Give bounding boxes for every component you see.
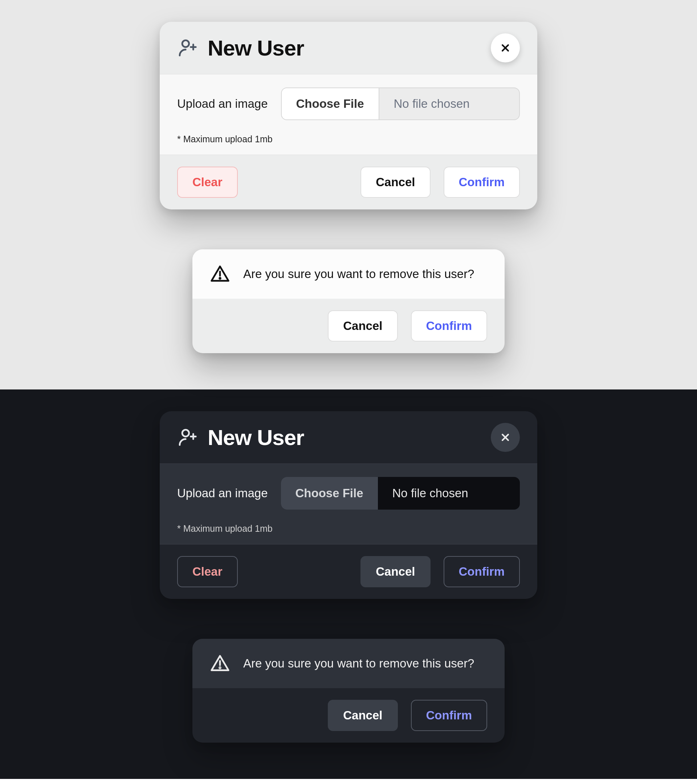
user-plus-icon bbox=[177, 38, 198, 58]
alert-confirm-button[interactable]: Confirm bbox=[411, 700, 488, 731]
alert-message: Are you sure you want to remove this use… bbox=[243, 267, 474, 281]
upload-label: Upload an image bbox=[177, 97, 268, 111]
svg-point-6 bbox=[220, 278, 221, 279]
close-button[interactable] bbox=[491, 33, 520, 63]
new-user-modal-dark: New User Upload an image Choose File No … bbox=[160, 411, 537, 599]
file-status: No file chosen bbox=[379, 88, 519, 119]
alert-message: Are you sure you want to remove this use… bbox=[243, 657, 474, 670]
alert-footer: Cancel Confirm bbox=[193, 688, 504, 743]
alert-cancel-button[interactable]: Cancel bbox=[328, 700, 397, 731]
user-plus-icon bbox=[177, 427, 198, 448]
file-input[interactable]: Choose File No file chosen bbox=[281, 87, 520, 120]
clear-button[interactable]: Clear bbox=[177, 556, 238, 587]
modal-footer: Clear Cancel Confirm bbox=[160, 544, 537, 599]
confirm-button[interactable]: Confirm bbox=[443, 166, 520, 198]
modal-body: Upload an image Choose File No file chos… bbox=[160, 74, 537, 155]
modal-title: New User bbox=[208, 36, 304, 61]
confirm-button[interactable]: Confirm bbox=[443, 556, 520, 587]
choose-file-button[interactable]: Choose File bbox=[282, 88, 379, 119]
svg-point-7 bbox=[182, 430, 189, 436]
close-button[interactable] bbox=[491, 423, 520, 452]
remove-user-alert: Are you sure you want to remove this use… bbox=[193, 249, 504, 353]
choose-file-button[interactable]: Choose File bbox=[281, 477, 378, 510]
file-status: No file chosen bbox=[378, 477, 520, 510]
warning-icon bbox=[210, 653, 230, 674]
upload-label: Upload an image bbox=[177, 486, 268, 500]
modal-header: New User bbox=[160, 411, 537, 463]
modal-footer: Clear Cancel Confirm bbox=[160, 155, 537, 209]
file-input[interactable]: Choose File No file chosen bbox=[281, 477, 520, 510]
alert-cancel-button[interactable]: Cancel bbox=[328, 310, 397, 341]
modal-header: New User bbox=[160, 22, 537, 74]
close-icon bbox=[499, 42, 511, 54]
cancel-button[interactable]: Cancel bbox=[361, 556, 430, 587]
clear-button[interactable]: Clear bbox=[177, 166, 238, 198]
upload-hint: * Maximum upload 1mb bbox=[177, 524, 520, 534]
upload-hint: * Maximum upload 1mb bbox=[177, 134, 520, 145]
dark-theme-zone: New User Upload an image Choose File No … bbox=[0, 389, 697, 779]
warning-icon bbox=[210, 264, 230, 284]
modal-title: New User bbox=[208, 425, 304, 450]
modal-body: Upload an image Choose File No file chos… bbox=[160, 463, 537, 544]
new-user-modal: New User Upload an image Choose File No … bbox=[160, 22, 537, 209]
alert-body: Are you sure you want to remove this use… bbox=[193, 249, 504, 299]
alert-footer: Cancel Confirm bbox=[193, 299, 504, 353]
svg-point-0 bbox=[182, 40, 189, 47]
alert-confirm-button[interactable]: Confirm bbox=[411, 310, 488, 341]
close-icon bbox=[499, 432, 511, 443]
remove-user-alert-dark: Are you sure you want to remove this use… bbox=[193, 639, 504, 743]
alert-body: Are you sure you want to remove this use… bbox=[193, 639, 504, 688]
cancel-button[interactable]: Cancel bbox=[361, 166, 430, 198]
light-theme-zone: New User Upload an image Choose File No … bbox=[0, 0, 697, 389]
svg-point-13 bbox=[220, 667, 221, 668]
